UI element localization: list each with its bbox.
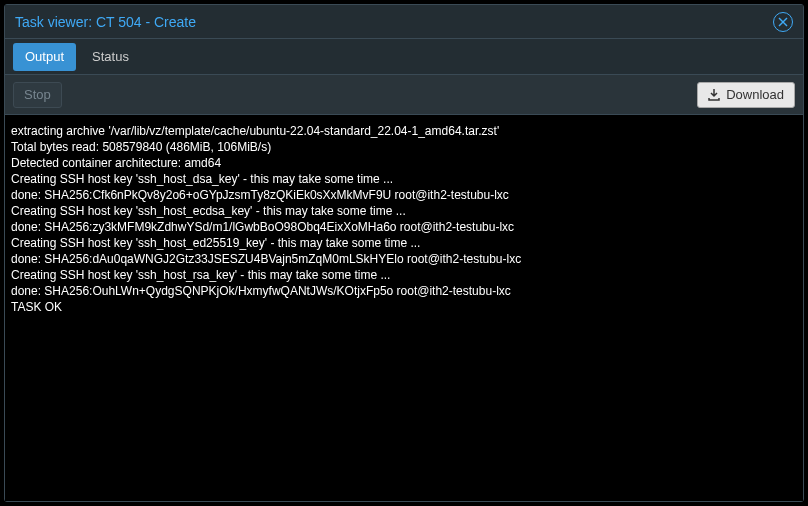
output-panel[interactable]: extracting archive '/var/lib/vz/template…: [5, 115, 803, 501]
download-icon: [708, 89, 720, 101]
tab-status[interactable]: Status: [80, 43, 141, 71]
window-title: Task viewer: CT 504 - Create: [15, 14, 773, 30]
toolbar: Stop Download: [5, 75, 803, 115]
download-button[interactable]: Download: [697, 82, 795, 108]
tab-bar: Output Status: [5, 39, 803, 75]
close-icon: [778, 17, 788, 27]
download-label: Download: [726, 87, 784, 102]
stop-button[interactable]: Stop: [13, 82, 62, 108]
task-viewer-window: Task viewer: CT 504 - Create Output Stat…: [4, 4, 804, 502]
close-button[interactable]: [773, 12, 793, 32]
tab-output[interactable]: Output: [13, 43, 76, 71]
log-output: extracting archive '/var/lib/vz/template…: [11, 123, 797, 315]
window-titlebar: Task viewer: CT 504 - Create: [5, 5, 803, 39]
